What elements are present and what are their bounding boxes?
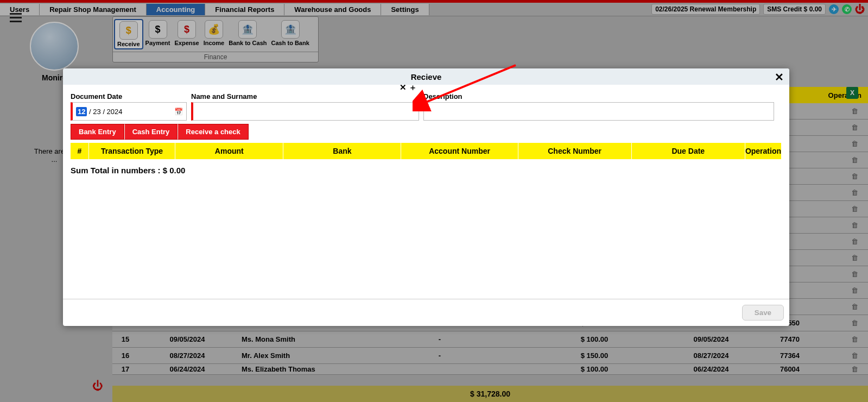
cash-entry-button[interactable]: Cash Entry [124, 124, 178, 140]
add-icon[interactable]: ＋ [409, 83, 417, 93]
modal-title: Recieve [411, 72, 442, 81]
close-icon[interactable]: ✕ [775, 71, 784, 84]
receive-check-button[interactable]: Receive a check [178, 124, 248, 140]
receive-modal: Recieve ✕ Document Date 12 / 23 / 2024 📅… [63, 68, 789, 326]
save-button[interactable]: Save [742, 305, 784, 321]
clear-icon[interactable]: ✕ [400, 83, 407, 93]
doc-date-label: Document Date [71, 92, 187, 100]
bank-entry-button[interactable]: Bank Entry [71, 124, 124, 140]
calendar-icon[interactable]: 📅 [174, 108, 183, 116]
document-date-input[interactable]: 12 / 23 / 2024 📅 [71, 102, 187, 121]
name-surname-input[interactable] [191, 102, 419, 121]
name-label: Name and Surname [191, 92, 419, 100]
desc-label: Description [423, 92, 774, 100]
entries-table-header: # Transaction Type Amount Bank Account N… [71, 143, 782, 159]
sum-total: Sum Total in numbers : $ 0.00 [71, 166, 782, 175]
description-input[interactable] [423, 102, 774, 121]
